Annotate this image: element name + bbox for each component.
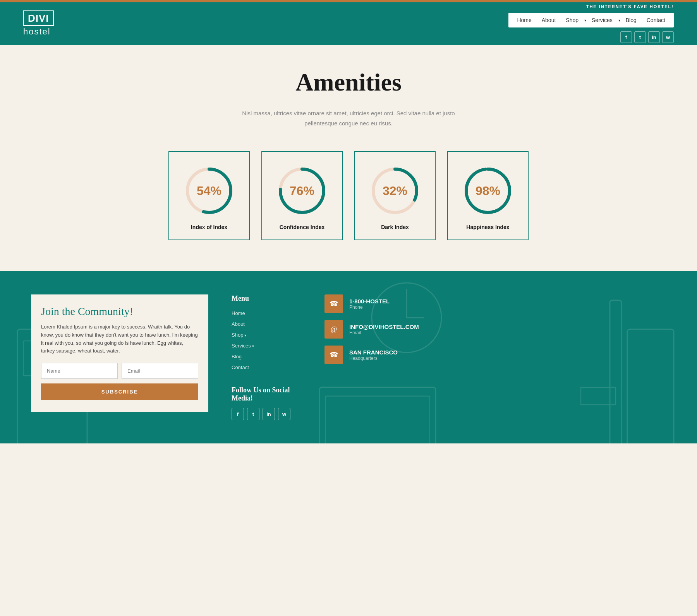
main-content: Amenities Nisl massa, ultrices vitae orn… bbox=[0, 45, 697, 271]
nav-shop[interactable]: Shop bbox=[561, 15, 583, 25]
shop-arrow-icon: ▾ bbox=[584, 18, 586, 22]
community-title: Join the Community! bbox=[41, 305, 198, 318]
contact-email-icon: @ bbox=[324, 320, 343, 339]
main-nav: Home About Shop ▾ Services ▾ Blog Contac… bbox=[508, 13, 674, 27]
nav-services-dropdown[interactable]: Services ▾ bbox=[587, 15, 620, 25]
footer-menu-item-shop[interactable]: Shop bbox=[232, 331, 301, 338]
footer-social-title: Follow Us on Social Media! bbox=[232, 386, 301, 402]
logo-title: DIVI bbox=[23, 10, 54, 26]
metrics-grid: 54% Index of Index 76% Confidence Index … bbox=[155, 151, 542, 240]
footer-menu-col: Menu HomeAboutShopServicesBlogContact Fo… bbox=[232, 294, 301, 420]
nav-blog[interactable]: Blog bbox=[621, 15, 641, 25]
metric-label-confidence: Confidence Index bbox=[280, 224, 325, 230]
contact-item-phone: ☎ 1-800-HOSTEL Phone bbox=[324, 294, 666, 313]
contact-subtitle-2: Headquarters bbox=[349, 356, 398, 361]
contact-subtitle-0: Phone bbox=[349, 305, 390, 310]
logo-subtitle: hostel bbox=[23, 27, 51, 37]
contact-title-0: 1-800-HOSTEL bbox=[349, 298, 390, 305]
services-arrow-icon: ▾ bbox=[618, 18, 620, 22]
site-footer: Join the Community! Lorem Khaled Ipsum i… bbox=[0, 271, 697, 443]
metric-label-happiness: Happiness Index bbox=[466, 224, 509, 230]
page-title: Amenities bbox=[8, 68, 689, 97]
header-twitter-icon[interactable]: t bbox=[634, 31, 646, 43]
contact-info-1: INFO@DIVIHOSTEL.COM Email bbox=[349, 323, 419, 335]
header-right: THE INTERNET'S FAVE HOSTEL! Home About S… bbox=[508, 4, 674, 43]
metric-card-index: 54% Index of Index bbox=[168, 151, 250, 240]
contact-item-email: @ INFO@DIVIHOSTEL.COM Email bbox=[324, 320, 666, 339]
circle-happiness: 98% bbox=[461, 164, 515, 218]
footer-content: Join the Community! Lorem Khaled Ipsum i… bbox=[31, 294, 666, 420]
contact-title-1: INFO@DIVIHOSTEL.COM bbox=[349, 323, 419, 330]
metric-value-happiness: 98% bbox=[476, 184, 500, 198]
header-instagram-icon[interactable]: in bbox=[648, 31, 660, 43]
metric-label-index: Index of Index bbox=[191, 224, 227, 230]
logo[interactable]: DIVI hostel bbox=[23, 10, 54, 37]
header-whatsapp-icon[interactable]: w bbox=[662, 31, 674, 43]
footer-menu-item-about[interactable]: About bbox=[232, 320, 301, 327]
metric-card-confidence: 76% Confidence Index bbox=[261, 151, 343, 240]
nav-contact[interactable]: Contact bbox=[642, 15, 670, 25]
metric-card-happiness: 98% Happiness Index bbox=[447, 151, 529, 240]
circle-index: 54% bbox=[182, 164, 236, 218]
footer-whatsapp-icon[interactable]: w bbox=[278, 408, 290, 420]
footer-menu-item-contact[interactable]: Contact bbox=[232, 364, 301, 371]
contact-info-0: 1-800-HOSTEL Phone bbox=[349, 298, 390, 310]
footer-menu-item-blog[interactable]: Blog bbox=[232, 353, 301, 360]
footer-social-section: Follow Us on Social Media! ftinw bbox=[232, 386, 301, 420]
nav-home[interactable]: Home bbox=[512, 15, 536, 25]
footer-facebook-icon[interactable]: f bbox=[232, 408, 244, 420]
circle-dark: 32% bbox=[368, 164, 422, 218]
header-facebook-icon[interactable]: f bbox=[620, 31, 632, 43]
email-input[interactable] bbox=[122, 363, 198, 379]
site-header: DIVI hostel THE INTERNET'S FAVE HOSTEL! … bbox=[0, 2, 697, 45]
footer-social-icons: ftinw bbox=[232, 408, 301, 420]
footer-twitter-icon[interactable]: t bbox=[247, 408, 259, 420]
nav-shop-dropdown[interactable]: Shop ▾ bbox=[561, 15, 586, 25]
header-social-icons: f t in w bbox=[620, 31, 674, 43]
footer-community-col: Join the Community! Lorem Khaled Ipsum i… bbox=[31, 294, 208, 420]
subscribe-button[interactable]: SUBSCRIBE bbox=[41, 383, 198, 400]
metric-value-confidence: 76% bbox=[290, 184, 314, 198]
footer-menu-title: Menu bbox=[232, 294, 301, 303]
metric-value-index: 54% bbox=[197, 184, 221, 198]
community-box: Join the Community! Lorem Khaled Ipsum i… bbox=[31, 294, 208, 412]
circle-confidence: 76% bbox=[275, 164, 329, 218]
subscribe-form-row bbox=[41, 363, 198, 379]
metric-label-dark: Dark Index bbox=[381, 224, 409, 230]
contact-subtitle-1: Email bbox=[349, 330, 419, 335]
footer-menu-list: HomeAboutShopServicesBlogContact bbox=[232, 310, 301, 371]
footer-contact-col: ☎ 1-800-HOSTEL Phone @ INFO@DIVIHOSTEL.C… bbox=[324, 294, 666, 420]
name-input[interactable] bbox=[41, 363, 118, 379]
footer-menu-item-services[interactable]: Services bbox=[232, 342, 301, 349]
contact-item-location: ☎ SAN FRANCISCO Headquarters bbox=[324, 346, 666, 364]
community-text: Lorem Khaled Ipsum is a major key to suc… bbox=[41, 323, 198, 355]
page-subtitle: Nisl massa, ultrices vitae ornare sit am… bbox=[240, 108, 457, 128]
nav-services[interactable]: Services bbox=[587, 15, 617, 25]
contact-info-2: SAN FRANCISCO Headquarters bbox=[349, 349, 398, 361]
contact-phone-icon: ☎ bbox=[324, 294, 343, 313]
footer-menu-item-home[interactable]: Home bbox=[232, 310, 301, 317]
tagline: THE INTERNET'S FAVE HOSTEL! bbox=[586, 4, 674, 9]
metric-card-dark: 32% Dark Index bbox=[354, 151, 436, 240]
contact-location-icon: ☎ bbox=[324, 346, 343, 364]
metric-value-dark: 32% bbox=[383, 184, 407, 198]
nav-about[interactable]: About bbox=[537, 15, 561, 25]
footer-instagram-icon[interactable]: in bbox=[263, 408, 275, 420]
contact-title-2: SAN FRANCISCO bbox=[349, 349, 398, 356]
